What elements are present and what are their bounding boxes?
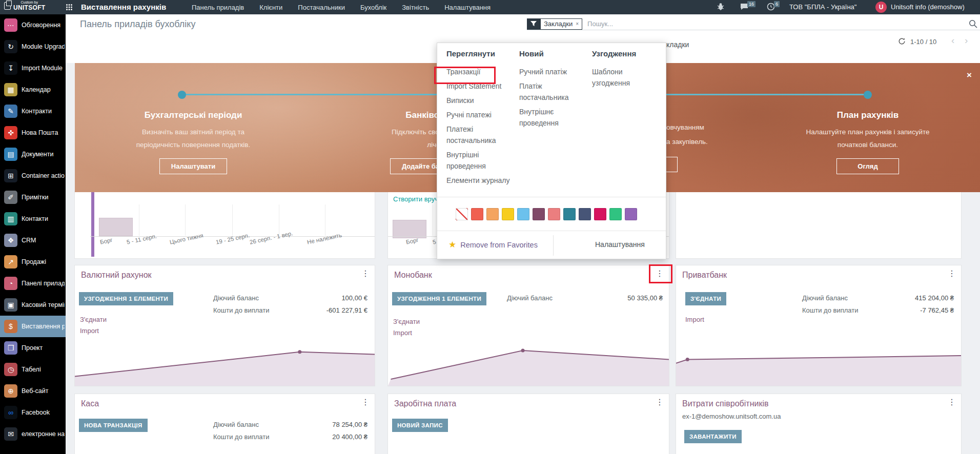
search-bar[interactable]: Закладки × Пошук... xyxy=(527,18,980,30)
menu-item[interactable]: Внутрішні проведення xyxy=(446,149,516,172)
sidebar-item[interactable]: ✐ Примітки xyxy=(0,187,66,208)
color-swatch[interactable] xyxy=(533,208,545,220)
menu-item[interactable]: Платіж постачальника xyxy=(519,80,577,103)
color-swatch[interactable] xyxy=(563,208,576,220)
sidebar-item[interactable]: ❒ Проект xyxy=(0,337,66,359)
bank-card-title[interactable]: Валютний рахунок xyxy=(81,271,152,280)
sidebar-item[interactable]: $ Виставлення ра... xyxy=(0,316,66,337)
color-swatch[interactable] xyxy=(609,208,622,220)
menu-items: ТранзакціїImport StatementВипискиРучні п… xyxy=(446,66,516,186)
color-swatch[interactable] xyxy=(456,208,468,220)
connect-link[interactable]: З'єднати xyxy=(80,316,107,323)
unitsoft-logo[interactable]: Custom by UNITSOFT xyxy=(4,1,45,11)
sidebar-item[interactable]: ◔ Панелі приладів xyxy=(0,273,66,294)
kebab-menu-icon[interactable]: ⋮ xyxy=(361,269,370,278)
kebab-menu-icon[interactable]: ⋮ xyxy=(948,269,956,278)
import-link[interactable]: Import xyxy=(685,316,704,323)
connect-link[interactable]: З'єднати xyxy=(393,318,420,325)
filter-remove-icon[interactable]: × xyxy=(576,21,579,27)
color-swatch[interactable] xyxy=(625,208,637,220)
reconcile-badge-button[interactable]: УЗГОДЖЕННЯ 1 ЕЛЕМЕНТИ xyxy=(79,292,173,305)
journal-card-title[interactable]: Заробітна плата xyxy=(394,399,456,408)
sidebar-item[interactable]: ✎ Контракти xyxy=(0,100,66,122)
bank-card-title[interactable]: Монобанк xyxy=(394,271,432,280)
top-nav-item[interactable]: Звітність xyxy=(402,4,429,11)
chart-bar[interactable] xyxy=(99,218,133,236)
connect-button[interactable]: З'ЄДНАТИ xyxy=(685,292,726,305)
kebab-menu-icon[interactable]: ⋮ xyxy=(361,397,370,407)
menu-item[interactable]: Ручні платежі xyxy=(446,109,516,120)
banner-close-icon[interactable]: × xyxy=(967,70,972,80)
menu-item[interactable]: Шаблони узгодження xyxy=(592,66,646,89)
sidebar-item[interactable]: ↧ Import Module xyxy=(0,57,66,79)
settings-menu-item[interactable]: Налаштування xyxy=(595,240,645,249)
top-nav-item[interactable]: Панель приладів xyxy=(192,4,244,11)
menu-item[interactable]: Ручний платіж xyxy=(519,66,577,77)
color-swatch[interactable] xyxy=(517,208,529,220)
import-link[interactable]: Import xyxy=(80,327,99,335)
sidebar-item[interactable]: ⊕ Веб-сайт xyxy=(0,380,66,402)
sidebar-item[interactable]: ❖ CRM xyxy=(0,230,66,251)
refresh-icon[interactable] xyxy=(898,37,906,45)
sidebar-item[interactable]: ⊞ Container actions xyxy=(0,165,66,187)
search-input[interactable]: Пошук... xyxy=(587,20,613,28)
menu-item[interactable]: Елементи журналу xyxy=(446,175,516,186)
new-transaction-button[interactable]: НОВА ТРАНЗАКЦІЯ xyxy=(79,419,148,432)
user-avatar[interactable]: U xyxy=(875,2,887,13)
sidebar-item[interactable]: ⋯ Обговорення xyxy=(0,14,66,36)
sidebar-item[interactable]: ▥ Контакти xyxy=(0,208,66,230)
app-icon: ◷ xyxy=(4,363,17,376)
review-button[interactable]: Огляд xyxy=(836,158,899,174)
menu-item[interactable]: Внутрішнє проведення xyxy=(519,106,577,129)
pager-prev-icon[interactable]: ‹ xyxy=(951,35,954,46)
kebab-menu-icon[interactable]: ⋮ xyxy=(656,397,664,407)
menu-item[interactable]: Виписки xyxy=(446,95,516,106)
kebab-menu-icon[interactable]: ⋮ xyxy=(656,269,664,278)
sidebar-item[interactable]: ↻ Module Upgrade xyxy=(0,36,66,57)
chart-bar[interactable] xyxy=(393,220,426,238)
journal-card-title[interactable]: Каса xyxy=(81,399,99,408)
sidebar-item[interactable]: ▣ Касовий термін... xyxy=(0,294,66,316)
top-nav-item[interactable]: Бухоблік xyxy=(360,4,386,11)
filter-chip[interactable]: Закладки × xyxy=(540,18,582,30)
menu-item[interactable]: Платежі постачальника xyxy=(446,123,516,146)
top-nav-item[interactable]: Постачальники xyxy=(298,4,345,11)
import-link[interactable]: Import xyxy=(393,329,412,337)
menu-item[interactable]: Транзакції xyxy=(446,66,516,77)
sidebar-item[interactable]: ✉ електронне на... xyxy=(0,423,66,445)
kebab-menu-icon[interactable]: ⋮ xyxy=(948,397,956,407)
color-swatch[interactable] xyxy=(594,208,606,220)
color-swatch[interactable] xyxy=(548,208,560,220)
top-nav-item[interactable]: Клієнти xyxy=(259,4,282,11)
sidebar-item-label: Контракти xyxy=(22,108,65,115)
search-icon[interactable] xyxy=(969,19,978,29)
app-name[interactable]: Виставлення рахунків xyxy=(81,3,166,11)
color-swatch[interactable] xyxy=(471,208,483,220)
debug-bug-icon[interactable] xyxy=(717,3,725,11)
top-nav-item[interactable]: Налаштування xyxy=(444,4,491,11)
sidebar-item[interactable]: ∞ Facebook xyxy=(0,402,66,423)
reconcile-badge-button[interactable]: УЗГОДЖЕННЯ 1 ЕЛЕМЕНТИ xyxy=(392,292,486,305)
color-swatch[interactable] xyxy=(579,208,591,220)
new-entry-button[interactable]: НОВИЙ ЗАПИС xyxy=(392,419,448,432)
apps-grid-icon[interactable] xyxy=(66,4,73,11)
pager-next-icon[interactable]: › xyxy=(965,35,968,46)
configure-button[interactable]: Налаштувати xyxy=(159,158,227,174)
journal-card-title[interactable]: Витрати співробітників xyxy=(682,399,768,408)
user-menu[interactable]: Unitsoft info (demoshow) xyxy=(891,3,965,11)
bank-card-title[interactable]: Приватбанк xyxy=(682,271,727,280)
app-icon: $ xyxy=(4,320,17,333)
company-switcher[interactable]: ТОВ "БПЛА - Україна" xyxy=(789,3,856,11)
sidebar-item[interactable]: ▤ Документи xyxy=(0,143,66,165)
dropdown-new-column: Новий Ручний платіжПлатіж постачальникаВ… xyxy=(519,49,577,132)
color-swatch[interactable] xyxy=(486,208,499,220)
menu-item[interactable]: Import Statement xyxy=(446,80,516,92)
color-swatch[interactable] xyxy=(502,208,514,220)
upload-button[interactable]: ЗАВАНТАЖИТИ xyxy=(684,430,742,443)
sidebar-item[interactable]: ✜ Нова Пошта xyxy=(0,122,66,143)
sidebar-item[interactable]: ↗ Продажі xyxy=(0,251,66,273)
app-icon: ✎ xyxy=(4,105,17,118)
remove-favorites-button[interactable]: ★ Remove from Favorites xyxy=(448,239,538,250)
sidebar-item[interactable]: ◷ Табелі xyxy=(0,359,66,380)
sidebar-item[interactable]: ▦ Календар xyxy=(0,79,66,100)
